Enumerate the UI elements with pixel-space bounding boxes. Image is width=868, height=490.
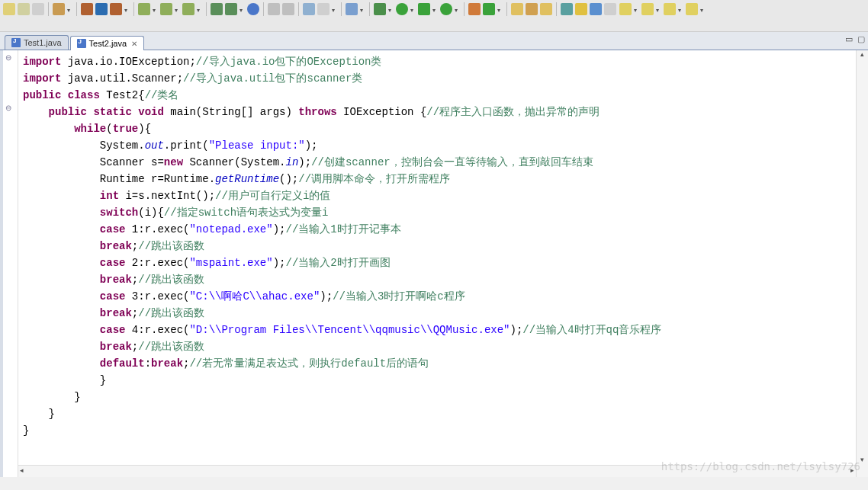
minimize-icon[interactable]: ▭: [845, 34, 853, 44]
code-line[interactable]: }: [23, 422, 851, 439]
dropdown-icon[interactable]: [700, 3, 706, 15]
fold-marker[interactable]: ⊖: [5, 104, 11, 112]
separator: [263, 2, 264, 16]
code-line[interactable]: case 4:r.exec("D:\\Program Files\\Tencen…: [23, 322, 851, 338]
tab-label: Test2.java: [89, 39, 127, 48]
code-line[interactable]: System.out.print("Please input:");: [23, 137, 851, 154]
cut-icon[interactable]: [268, 3, 280, 15]
code-line[interactable]: case 3:r.exec("C:\\啊哈C\\ahac.exe");//当输入…: [23, 288, 851, 305]
print-icon[interactable]: [32, 3, 44, 15]
page-icon[interactable]: [604, 3, 616, 15]
dropdown-icon[interactable]: [455, 3, 460, 15]
package-icon[interactable]: [81, 3, 93, 15]
tab-label: Test1.java: [24, 38, 62, 47]
fwd-icon[interactable]: [686, 3, 698, 15]
code-line[interactable]: Runtime r=Runtime.getRuntime();//调用脚本命令，…: [23, 171, 851, 187]
code-line[interactable]: break;//跳出该函数: [23, 338, 851, 355]
separator: [506, 2, 507, 16]
code-line[interactable]: import java.io.IOException;//导入java.io包下…: [23, 53, 851, 70]
dropdown-icon[interactable]: [388, 3, 394, 15]
maximize-icon[interactable]: ▢: [857, 34, 865, 44]
wand3-icon[interactable]: [182, 3, 194, 15]
watermark: https://blog.csdn.net/lsylsy726: [661, 460, 860, 472]
pin-icon[interactable]: [317, 3, 330, 15]
dropdown-icon[interactable]: [332, 3, 337, 15]
code-editor[interactable]: import java.io.IOException;//导入java.io包下…: [18, 50, 856, 477]
package2-icon[interactable]: [95, 3, 108, 15]
dropdown-icon[interactable]: [240, 3, 245, 15]
wand2-icon[interactable]: [160, 3, 172, 15]
new-icon[interactable]: [53, 3, 65, 15]
code-line[interactable]: default:break;//若无常量满足表达式，则执行default后的语句: [23, 355, 851, 372]
toolbar-row-2: [619, 2, 706, 17]
run-ext-icon[interactable]: [418, 3, 430, 15]
tab-test2[interactable]: Test2.java ✕: [70, 36, 145, 50]
chart-icon[interactable]: [303, 3, 315, 15]
vertical-scrollbar[interactable]: ▴ ▾: [856, 50, 868, 477]
dropdown-icon[interactable]: [410, 3, 416, 15]
code-line[interactable]: while(true){: [23, 120, 851, 137]
dropdown-icon[interactable]: [432, 3, 438, 15]
separator: [341, 2, 342, 16]
run-cfg-icon[interactable]: [440, 3, 452, 15]
toolbar-row-1: [3, 2, 616, 17]
tab-test1[interactable]: Test1.java: [5, 35, 69, 50]
code-line[interactable]: int i=s.nextInt();//用户可自行定义i的值: [23, 187, 851, 204]
code-line[interactable]: }: [23, 372, 851, 389]
save-all-icon[interactable]: [18, 3, 30, 15]
java-file-icon: [11, 38, 21, 47]
link-icon[interactable]: [211, 3, 223, 15]
code-line[interactable]: Scanner s=new Scanner(System.in);//创建sca…: [23, 154, 851, 171]
code-line[interactable]: switch(i){//指定switch语句表达式为变量i: [23, 204, 851, 221]
code-line[interactable]: public class Test2{//类名: [23, 87, 851, 104]
code-line[interactable]: public static void main(String[] args) t…: [23, 104, 851, 120]
dropdown-icon[interactable]: [124, 3, 130, 15]
editor-area: ⊖ ⊖ import java.io.IOException;//导入java.…: [0, 50, 868, 477]
code-line[interactable]: break;//跳出该函数: [23, 271, 851, 288]
close-icon[interactable]: ✕: [131, 40, 137, 48]
code-line[interactable]: break;//跳出该函数: [23, 305, 851, 322]
dropdown-icon[interactable]: [197, 3, 202, 15]
package3-icon[interactable]: [110, 3, 122, 15]
dropdown-icon[interactable]: [153, 3, 158, 15]
key-icon[interactable]: [526, 3, 538, 15]
dropdown-icon[interactable]: [678, 3, 683, 15]
paste-icon[interactable]: [282, 3, 294, 15]
book-icon[interactable]: [590, 3, 602, 15]
scroll-up-icon[interactable]: ▴: [857, 50, 868, 58]
separator: [76, 2, 77, 16]
globe-icon[interactable]: [247, 3, 259, 15]
wand-icon[interactable]: [138, 3, 150, 15]
picture-icon[interactable]: [346, 3, 358, 15]
task-icon[interactable]: [561, 3, 573, 15]
stop-icon[interactable]: [468, 3, 481, 15]
tab-controls: ▭ ▢: [845, 34, 865, 44]
save-icon[interactable]: [3, 3, 15, 15]
code-line[interactable]: import java.util.Scanner;//导入java.util包下…: [23, 70, 851, 87]
separator: [206, 2, 207, 16]
run-icon[interactable]: [396, 3, 408, 15]
dropdown-icon[interactable]: [360, 3, 365, 15]
separator: [369, 2, 370, 16]
link2-icon[interactable]: [225, 3, 237, 15]
code-line[interactable]: case 2:r.exec("mspaint.exe");//当输入2时打开画图: [23, 255, 851, 271]
pencil-icon[interactable]: [575, 3, 587, 15]
code-line[interactable]: break;//跳出该函数: [23, 238, 851, 255]
restart-icon[interactable]: [483, 3, 495, 15]
dropdown-icon[interactable]: [634, 3, 639, 15]
code-line[interactable]: }: [23, 389, 851, 405]
bug-icon[interactable]: [374, 3, 386, 15]
code-line[interactable]: case 1:r.exec("notepad.exe");//当输入1时打开记事…: [23, 221, 851, 238]
dropdown-icon[interactable]: [67, 3, 72, 15]
scroll-left-icon[interactable]: ◂: [20, 466, 24, 474]
dropdown-icon[interactable]: [656, 3, 661, 15]
fold-marker[interactable]: ⊖: [5, 53, 11, 62]
back-icon[interactable]: [664, 3, 676, 15]
folder-icon[interactable]: [511, 3, 523, 15]
dropdown-icon[interactable]: [497, 3, 503, 15]
folder2-icon[interactable]: [540, 3, 552, 15]
code-line[interactable]: }: [23, 405, 851, 422]
dropdown-icon[interactable]: [175, 3, 180, 15]
arrow-icon[interactable]: [641, 3, 654, 15]
hand-icon[interactable]: [619, 3, 632, 15]
